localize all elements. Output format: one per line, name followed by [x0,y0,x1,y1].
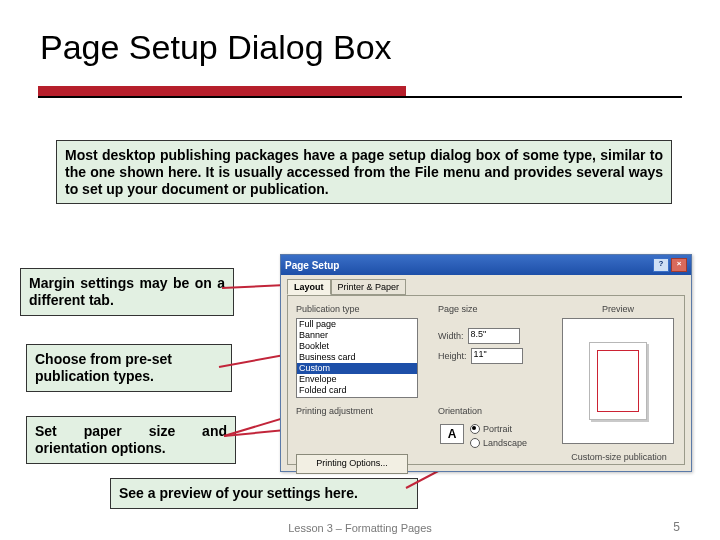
preview-pane [562,318,674,444]
help-icon[interactable]: ? [653,258,669,272]
callout-pubtypes: Choose from pre-set publication types. [26,344,232,392]
label-preview: Preview [602,304,634,314]
dialog-titlebar[interactable]: Page Setup ? × [281,255,691,275]
preview-caption: Custom-size publication [564,452,674,462]
page-number: 5 [673,520,680,534]
width-input[interactable]: 8.5" [468,328,520,344]
callout-preview: See a preview of your settings here. [110,478,418,509]
title-underline-black [38,96,682,98]
label-orientation: Orientation [438,406,482,416]
intro-callout: Most desktop publishing packages have a … [56,140,672,204]
list-item[interactable]: Full page [297,319,417,330]
list-item[interactable]: Folded card [297,385,417,396]
dialog-tabs: Layout Printer & Paper [287,279,406,295]
label-height: Height: [438,351,467,361]
orientation-icon: A [440,424,464,444]
list-item[interactable]: Booklet [297,341,417,352]
list-item[interactable]: Envelope [297,374,417,385]
radio-landscape[interactable]: Landscape [470,438,527,448]
printing-options-button[interactable]: Printing Options... [296,454,408,474]
title-underline-red [38,86,406,96]
callout-paper: Set paper size and orientation options. [26,416,236,464]
slide: Page Setup Dialog Box Most desktop publi… [0,0,720,540]
radio-portrait-label: Portrait [483,424,512,434]
dialog-title-text: Page Setup [285,260,339,271]
publication-type-list[interactable]: Full page Banner Booklet Business card C… [296,318,418,398]
list-item[interactable]: Index card [297,396,417,398]
radio-portrait[interactable]: Portrait [470,424,512,434]
list-item[interactable]: Business card [297,352,417,363]
slide-title: Page Setup Dialog Box [40,28,392,67]
height-input[interactable]: 11" [471,348,523,364]
label-printing-adjustment: Printing adjustment [296,406,373,416]
radio-landscape-label: Landscape [483,438,527,448]
label-publication-type: Publication type [296,304,360,314]
page-setup-dialog: Page Setup ? × Layout Printer & Paper Pu… [280,254,692,472]
close-icon[interactable]: × [671,258,687,272]
label-page-size: Page size [438,304,478,314]
dialog-body: Layout Printer & Paper Publication type … [281,275,691,471]
dialog-panel: Publication type Page size Preview Print… [287,295,685,465]
preview-sheet [589,342,647,420]
callout-margins: Margin settings may be on a different ta… [20,268,234,316]
label-width: Width: [438,331,464,341]
list-item-selected[interactable]: Custom [297,363,417,374]
tab-layout[interactable]: Layout [287,279,331,295]
tab-printer-paper[interactable]: Printer & Paper [331,279,407,295]
list-item[interactable]: Banner [297,330,417,341]
slide-footer: Lesson 3 – Formatting Pages [0,522,720,534]
